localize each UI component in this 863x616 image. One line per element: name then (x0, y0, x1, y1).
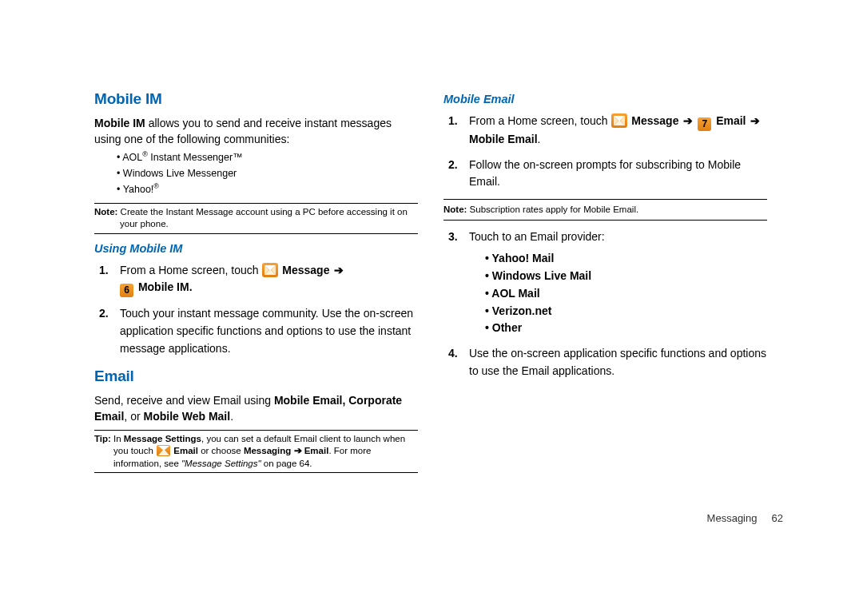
step-num-1: 1. (99, 262, 120, 298)
provider-yahoo: • Yahoo! Mail (485, 250, 767, 268)
num-6-icon: 6 (120, 284, 133, 297)
email-intro: Send, receive and view Email using Mobil… (94, 392, 418, 425)
im-step-1-body: From a Home screen, touch Message ➔ 6 Mo… (120, 262, 418, 298)
page-footer: Messaging 62 (707, 512, 783, 524)
tip-s3: or choose (198, 446, 244, 455)
mobile-email-steps: 1. From a Home screen, touch Message ➔ 7… (448, 113, 767, 191)
email-mid: , or (124, 410, 143, 423)
note-sub-label: Note: (443, 205, 467, 214)
note-sub-body: Subscription rates apply for Mobile Emai… (467, 205, 638, 214)
tip-s1: In (111, 434, 124, 443)
mobile-im-bold: Mobile IM (94, 117, 145, 129)
mobile-email-steps-2: 3. Touch to an Email provider: • Yahoo! … (448, 229, 767, 380)
using-im-steps: 1. From a Home screen, touch Message ➔ 6… (99, 262, 418, 358)
heading-email: Email (94, 365, 418, 387)
yahoo-sup: ® (153, 182, 159, 190)
yahoo-text: Yahoo! (123, 184, 154, 195)
step1-pre: From a Home screen, touch (120, 264, 261, 276)
heading-mobile-im: Mobile IM (94, 88, 418, 110)
footer-section: Messaging (707, 512, 758, 524)
footer-page: 62 (772, 512, 783, 524)
me-step-3-body: Touch to an Email provider: • Yahoo! Mai… (469, 229, 767, 337)
svg-marker-5 (158, 449, 169, 455)
bullet-yahoo: Yahoo!® (117, 181, 418, 198)
provider-other: • Other (485, 320, 767, 337)
email-pre: Send, receive and view Email using (94, 394, 274, 407)
aol-sup: ® (142, 150, 148, 158)
note-create-account: Note: Create the Instant Message account… (94, 203, 418, 234)
me-step3-text: Touch to an Email provider: (469, 229, 767, 246)
page: Mobile IM Mobile IM allows you to send a… (0, 0, 863, 503)
heading-mobile-email: Mobile Email (443, 91, 767, 108)
im-step-1: 1. From a Home screen, touch Message ➔ 6… (99, 262, 418, 298)
bullet-wlm: Windows Live Messenger (117, 166, 418, 181)
provider-list: • Yahoo! Mail • Windows Live Mail • AOL … (485, 250, 767, 336)
aol-text: AOL (122, 152, 142, 163)
me-step-2-body: Follow the on-screen prompts for subscri… (469, 157, 767, 191)
me-step-num-4: 4. (448, 345, 469, 380)
num-7-icon: 7 (698, 117, 711, 131)
tip-arrow: ➔ (291, 446, 304, 455)
me-s1-pre: From a Home screen, touch (469, 114, 610, 127)
me-s1-me: Mobile Email (469, 133, 538, 145)
me-step-3: 3. Touch to an Email provider: • Yahoo! … (448, 229, 767, 337)
right-column: Mobile Email 1. From a Home screen, touc… (443, 88, 767, 479)
aol-post: Instant Messenger™ (148, 152, 243, 163)
me-step-1-body: From a Home screen, touch Message ➔ 7 Em… (469, 113, 767, 149)
im-step-2: 2. Touch your instant message community.… (99, 305, 418, 357)
me-step-2: 2. Follow the on-screen prompts for subs… (448, 157, 767, 191)
provider-wlm: • Windows Live Mail (485, 268, 767, 285)
message-icon-2 (611, 113, 627, 128)
me-s1-email: Email ➔ (716, 114, 762, 127)
email-b2: Mobile Web Mail (143, 410, 230, 423)
note-subscription: Note: Subscription rates apply for Mobil… (443, 199, 767, 221)
step-num-2: 2. (99, 305, 120, 357)
left-column: Mobile IM Mobile IM allows you to send a… (94, 88, 418, 479)
provider-aol: • AOL Mail (485, 285, 767, 303)
message-icon (262, 263, 278, 277)
bullet-aol: AOL® Instant Messenger™ (117, 149, 418, 166)
mobile-im-intro: Mobile IM allows you to send and receive… (94, 115, 418, 148)
tip-b4: Email (304, 446, 329, 455)
me-s1-per: . (538, 133, 541, 145)
me-s1-msg: Message ➔ (631, 114, 694, 127)
step1-mobile-im-label: Mobile IM. (138, 280, 193, 293)
me-step-num-3: 3. (448, 229, 469, 337)
tip-label: Tip: (94, 434, 111, 443)
me-step-4: 4. Use the on-screen application specifi… (448, 345, 767, 380)
heading-using-mobile-im: Using Mobile IM (94, 240, 418, 257)
tip-b3: Messaging (244, 446, 291, 455)
tip-italic: "Message Settings" (181, 459, 261, 468)
me-step-4-body: Use the on-screen application specific f… (469, 345, 767, 380)
me-step-1: 1. From a Home screen, touch Message ➔ 7… (448, 113, 767, 149)
step1-message-label: Message ➔ (282, 264, 345, 276)
email-icon-small (157, 445, 170, 456)
note-body: Create the Instant Message account using… (117, 207, 407, 229)
tip-b2: Email (173, 446, 198, 455)
im-communities-list: AOL® Instant Messenger™ Windows Live Mes… (117, 149, 418, 197)
provider-verizon: • Verizon.net (485, 303, 767, 320)
tip-s5: on page 64. (261, 459, 312, 468)
me-step-num-1: 1. (448, 113, 469, 149)
note-label: Note: (94, 207, 117, 217)
tip-block: Tip: In Message Settings, you can set a … (94, 430, 418, 474)
im-step-2-body: Touch your instant message community. Us… (120, 305, 418, 357)
email-end: . (230, 410, 233, 423)
tip-b1: Message Settings (124, 434, 201, 443)
me-step-num-2: 2. (448, 157, 469, 191)
